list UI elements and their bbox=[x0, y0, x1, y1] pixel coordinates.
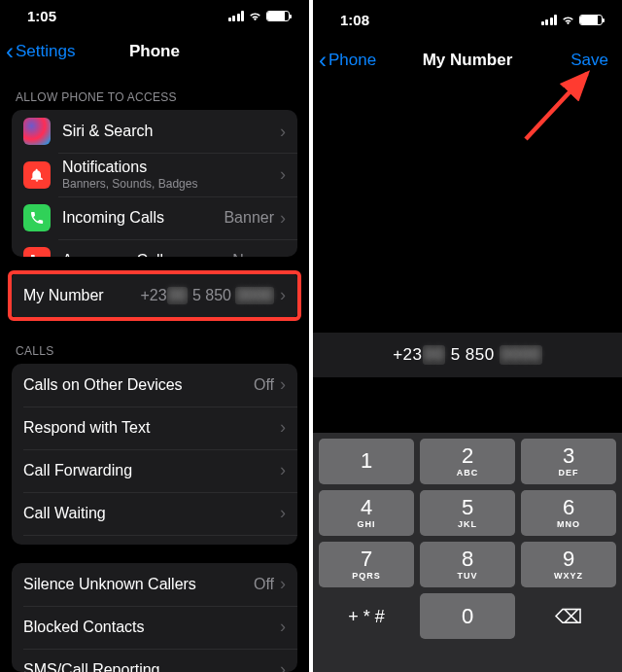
my-number-screen: 1:08 ‹ Phone My Number Save +2300 5 850 … bbox=[313, 0, 622, 672]
chevron-right-icon: › bbox=[280, 122, 286, 142]
key-symbols[interactable]: + * # bbox=[319, 593, 414, 639]
my-number-value: +2300 5 850 0000 bbox=[141, 287, 274, 304]
backspace-icon: ⌫ bbox=[555, 607, 582, 626]
incoming-calls-row[interactable]: Incoming Calls Banner › bbox=[12, 196, 297, 239]
row-label: SMS/Call Reporting bbox=[23, 661, 280, 672]
battery-icon bbox=[266, 11, 290, 21]
row-label: Notifications bbox=[62, 159, 280, 176]
save-button[interactable]: Save bbox=[570, 39, 608, 82]
row-value: Off bbox=[254, 576, 274, 593]
battery-icon bbox=[579, 15, 603, 25]
silence-unknown-row[interactable]: Silence Unknown Callers Off › bbox=[12, 563, 297, 606]
row-label: Silence Unknown Callers bbox=[23, 576, 254, 593]
row-sublabel: Banners, Sounds, Badges bbox=[62, 177, 280, 191]
chevron-right-icon: › bbox=[280, 374, 286, 395]
key-9[interactable]: 9WXYZ bbox=[521, 542, 616, 587]
key-8[interactable]: 8TUV bbox=[420, 542, 515, 587]
key-3[interactable]: 3DEF bbox=[521, 439, 616, 484]
row-value: Banner bbox=[224, 209, 274, 227]
key-5[interactable]: 5JKL bbox=[420, 490, 515, 536]
chevron-right-icon: › bbox=[280, 503, 286, 523]
highlight-box: My Number +2300 5 850 0000 › bbox=[8, 270, 301, 321]
chevron-right-icon: › bbox=[280, 251, 286, 257]
row-label: My Number bbox=[23, 287, 141, 304]
announce-calls-icon bbox=[23, 247, 51, 256]
my-number-row[interactable]: My Number +2300 5 850 0000 › bbox=[12, 274, 297, 317]
row-label: Respond with Text bbox=[23, 419, 280, 437]
wifi-icon bbox=[561, 15, 575, 25]
chevron-right-icon: › bbox=[280, 285, 286, 305]
chevron-right-icon: › bbox=[280, 417, 286, 438]
row-label: Calls on Other Devices bbox=[23, 376, 254, 394]
nav-title: Phone bbox=[129, 42, 180, 61]
blocked-contacts-row[interactable]: Blocked Contacts › bbox=[12, 606, 297, 649]
siri-search-row[interactable]: Siri & Search › bbox=[12, 110, 297, 153]
respond-text-row[interactable]: Respond with Text › bbox=[12, 407, 297, 449]
key-1[interactable]: 1 bbox=[319, 439, 414, 484]
key-backspace[interactable]: ⌫ bbox=[521, 593, 616, 639]
wifi-icon bbox=[248, 11, 262, 21]
row-value: Never bbox=[232, 252, 274, 256]
row-label: Call Forwarding bbox=[23, 462, 280, 479]
keypad: 1 2ABC 3DEF 4GHI 5JKL 6MNO 7PQRS 8TUV 9W… bbox=[313, 433, 622, 645]
row-label: Announce Calls bbox=[62, 252, 232, 256]
signal-icon bbox=[541, 15, 558, 25]
key-4[interactable]: 4GHI bbox=[319, 490, 414, 536]
back-button[interactable]: ‹ Settings bbox=[6, 33, 75, 69]
call-waiting-row[interactable]: Call Waiting › bbox=[12, 492, 297, 535]
siri-icon bbox=[23, 118, 51, 145]
chevron-right-icon: › bbox=[280, 659, 286, 672]
chevron-right-icon: › bbox=[280, 460, 286, 480]
sms-reporting-row[interactable]: SMS/Call Reporting › bbox=[12, 649, 297, 672]
nav-bar: ‹ Settings Phone bbox=[0, 33, 309, 69]
row-label: Blocked Contacts bbox=[23, 619, 280, 636]
signal-icon bbox=[228, 11, 245, 21]
chevron-left-icon: ‹ bbox=[319, 49, 327, 72]
chevron-right-icon: › bbox=[280, 208, 286, 229]
row-value: Off bbox=[254, 376, 274, 394]
row-label: Call Waiting bbox=[23, 505, 280, 522]
svg-line-0 bbox=[526, 74, 587, 140]
key-0[interactable]: 0 bbox=[420, 593, 515, 639]
nav-bar: ‹ Phone My Number Save bbox=[313, 39, 622, 82]
back-label: Settings bbox=[16, 42, 75, 61]
back-label: Phone bbox=[328, 51, 376, 70]
status-bar: 1:05 bbox=[0, 0, 309, 33]
calls-group: Calls on Other Devices Off › Respond wit… bbox=[12, 364, 297, 546]
section-header-calls: CALLS bbox=[0, 335, 309, 364]
nav-title: My Number bbox=[423, 51, 513, 70]
chevron-right-icon: › bbox=[280, 574, 286, 594]
section-header-allow: ALLOW PHONE TO ACCESS bbox=[0, 69, 309, 110]
caller-id-row[interactable]: Show My Caller ID › bbox=[12, 535, 297, 546]
key-2[interactable]: 2ABC bbox=[420, 439, 515, 484]
back-button[interactable]: ‹ Phone bbox=[319, 39, 376, 82]
row-label: Incoming Calls bbox=[62, 209, 224, 227]
chevron-right-icon: › bbox=[280, 164, 286, 185]
key-7[interactable]: 7PQRS bbox=[319, 542, 414, 587]
call-forwarding-row[interactable]: Call Forwarding › bbox=[12, 449, 297, 492]
row-label: Siri & Search bbox=[62, 123, 280, 140]
access-group: Siri & Search › Notifications Banners, S… bbox=[12, 110, 297, 256]
status-bar: 1:08 bbox=[313, 0, 622, 39]
key-6[interactable]: 6MNO bbox=[521, 490, 616, 536]
announce-calls-row[interactable]: Announce Calls Never › bbox=[12, 239, 297, 256]
calls-other-devices-row[interactable]: Calls on Other Devices Off › bbox=[12, 364, 297, 407]
phone-settings-screen: 1:05 ‹ Settings Phone ALLOW PHONE TO ACC… bbox=[0, 0, 309, 672]
chevron-right-icon: › bbox=[280, 617, 286, 637]
chevron-left-icon: ‹ bbox=[6, 40, 14, 63]
notifications-row[interactable]: Notifications Banners, Sounds, Badges › bbox=[12, 153, 297, 196]
number-field[interactable]: +2300 5 850 0000 bbox=[313, 333, 622, 377]
status-time: 1:08 bbox=[340, 12, 369, 28]
status-time: 1:05 bbox=[27, 8, 56, 24]
notifications-icon bbox=[23, 161, 51, 189]
incoming-calls-icon bbox=[23, 204, 51, 231]
more-group: Silence Unknown Callers Off › Blocked Co… bbox=[12, 563, 297, 672]
